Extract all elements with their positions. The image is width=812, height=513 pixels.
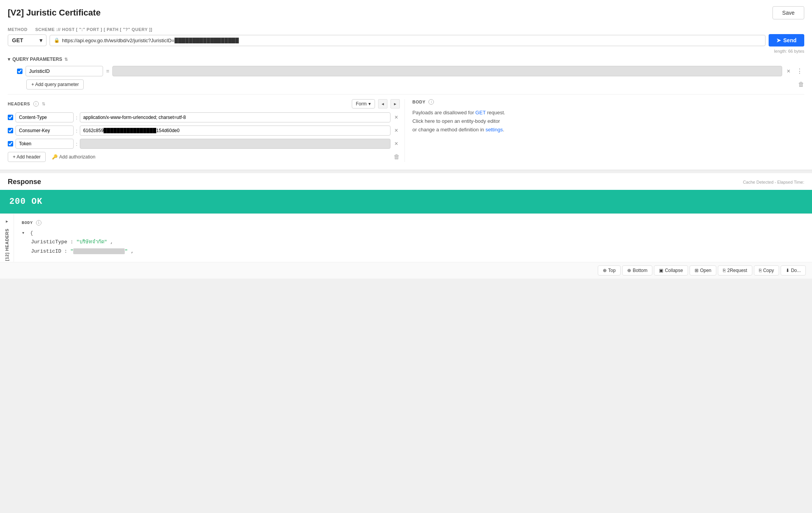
body-section-info-icon[interactable]: i <box>36 220 41 226</box>
headers-sidebar-label: HEADERS <box>5 229 9 251</box>
bottom-icon: ⊕ <box>627 268 631 273</box>
headers-sort-icon[interactable]: ⇅ <box>42 102 45 107</box>
header-1-checkbox[interactable] <box>8 115 13 120</box>
form-label: Form <box>356 101 367 107</box>
sort-icon[interactable]: ⇅ <box>64 57 68 62</box>
headers-section: HEADERS i ⇅ Form ▾ ◂ ▸ : × <box>8 99 405 162</box>
scheme-label: SCHEME :// HOST [ ":" PORT ] [ PATH [ "?… <box>35 27 152 32</box>
param-val-input[interactable] <box>112 66 782 76</box>
json-open-brace: ▾ { <box>22 229 804 238</box>
response-toolbar: ⊕ Top ⊕ Bottom ▣ Collapse ⊞ Open ⎘ 2Requ… <box>0 262 812 279</box>
header-3-close-button[interactable]: × <box>393 139 399 148</box>
body-section-header: BODY i <box>22 220 804 226</box>
header-1-key[interactable] <box>15 112 74 122</box>
url-input[interactable] <box>62 38 761 43</box>
header-row-1: : × <box>8 112 400 122</box>
param-close-button[interactable]: × <box>785 67 792 76</box>
query-params-label: QUERY PARAMETERS <box>12 57 62 62</box>
body-info-icon[interactable]: i <box>428 99 434 105</box>
request2-button[interactable]: ⎘ 2Request <box>718 265 752 275</box>
collapse-icon: ▣ <box>659 268 663 273</box>
lock-icon: 🔒 <box>54 38 60 43</box>
key-icon: 🔑 <box>52 154 58 160</box>
body-settings-link[interactable]: settings <box>485 127 503 133</box>
nav-arrow-right[interactable]: ▸ <box>391 99 400 108</box>
cache-text: Cache Detected - Elapsed Time: <box>743 180 804 184</box>
param-kebab-button[interactable]: ⋮ <box>795 67 804 76</box>
response-sidebar: ▸ [12] HEADERS <box>0 214 14 262</box>
top-panel: [V2] Juristic Certificate Save METHOD SC… <box>0 0 812 170</box>
headers-info-icon[interactable]: i <box>33 101 39 107</box>
header-row-2: : × <box>8 126 400 136</box>
header-2-key[interactable] <box>15 126 74 136</box>
add-param-button[interactable]: + Add query parameter <box>26 79 84 90</box>
top-button[interactable]: ⊕ Top <box>598 265 621 275</box>
nav-arrow-left[interactable]: ◂ <box>378 99 387 108</box>
response-panel: Response Cache Detected - Elapsed Time: … <box>0 173 812 279</box>
header-1-value[interactable] <box>80 112 391 122</box>
download-icon: ⬇ <box>786 268 790 273</box>
header-2-checkbox[interactable] <box>8 128 13 133</box>
equals-sign: = <box>106 68 109 74</box>
json-row-juristic-id: JuristicID : "████████████████" , <box>31 247 804 256</box>
body-message: Payloads are disallowed for GET request.… <box>413 108 805 134</box>
body-line1-prefix: Payloads are disallowed for <box>413 110 476 115</box>
copy-icon: ⎘ <box>759 268 762 273</box>
headers-trash-button[interactable]: 🗑 <box>394 153 400 160</box>
method-chevron-icon: ▾ <box>40 37 42 43</box>
headers-count-badge: [12] <box>5 253 9 261</box>
status-bar: 200 OK <box>0 190 812 213</box>
top-label: Top <box>608 268 616 273</box>
open-label: Open <box>700 268 711 273</box>
open-button[interactable]: ⊞ Open <box>690 265 716 275</box>
bottom-label: Bottom <box>633 268 647 273</box>
json-toggle-icon[interactable]: ▾ <box>22 230 25 236</box>
body-header: BODY i <box>413 99 805 105</box>
url-labels: METHOD SCHEME :// HOST [ ":" PORT ] [ PA… <box>8 27 804 32</box>
request2-label: 2Request <box>727 268 747 273</box>
add-auth-label: Add authorization <box>59 154 95 160</box>
response-body-content: BODY i ▾ { JuristicType : "บริษัทจำกัด" … <box>14 214 812 262</box>
header-3-value[interactable] <box>80 139 391 149</box>
params-trash-button[interactable]: 🗑 <box>798 81 804 88</box>
save-button[interactable]: Save <box>772 6 804 19</box>
json-row-juristic-type: JuristicType : "บริษัทจำกัด" , <box>31 238 804 246</box>
query-params-toggle[interactable]: ▾ QUERY PARAMETERS ⇅ <box>8 57 804 62</box>
body-expand-button[interactable]: ▸ <box>4 217 10 226</box>
url-input-wrapper: 🔒 <box>50 35 766 46</box>
response-header: Response Cache Detected - Elapsed Time: <box>0 173 812 186</box>
body-get-link[interactable]: GET <box>475 110 486 115</box>
copy-button[interactable]: ⎘ Copy <box>754 265 779 275</box>
json-root: ▾ { JuristicType : "บริษัทจำกัด" , Juris… <box>22 229 804 256</box>
headers-header: HEADERS i ⇅ Form ▾ ◂ ▸ <box>8 99 400 108</box>
param-checkbox[interactable] <box>17 69 22 74</box>
json-fields: JuristicType : "บริษัทจำกัด" , JuristicI… <box>31 238 804 256</box>
bottom-button[interactable]: ⊕ Bottom <box>622 265 652 275</box>
header-3-key[interactable] <box>15 139 74 149</box>
top-icon: ⊕ <box>603 268 607 273</box>
header-1-close-button[interactable]: × <box>393 113 399 122</box>
add-header-button[interactable]: + Add header <box>8 152 46 162</box>
copy-label: Copy <box>763 268 774 273</box>
send-label: Send <box>783 37 797 43</box>
headers-form-dropdown[interactable]: Form ▾ <box>352 99 375 108</box>
header-3-checkbox[interactable] <box>8 141 13 146</box>
send-button[interactable]: ➤ Send <box>769 34 804 46</box>
collapse-button[interactable]: ▣ Collapse <box>654 265 688 275</box>
method-select[interactable]: GET ▾ <box>8 34 46 46</box>
param-row: = × ⋮ <box>17 66 804 76</box>
add-auth-button[interactable]: 🔑 Add authorization <box>49 152 98 162</box>
download-button[interactable]: ⬇ Do... <box>781 265 806 275</box>
body-line3-prefix: or change a method definition in <box>413 127 486 133</box>
collapse-label: Collapse <box>665 268 683 273</box>
param-key-input[interactable] <box>26 66 103 76</box>
header-2-close-button[interactable]: × <box>393 126 399 135</box>
body-section: BODY i Payloads are disallowed for GET r… <box>405 99 805 162</box>
open-icon: ⊞ <box>695 268 698 273</box>
header-2-value[interactable] <box>80 126 391 136</box>
body-period: . <box>503 127 504 133</box>
send-icon: ➤ <box>776 37 781 43</box>
url-length: length: 66 bytes <box>8 49 804 53</box>
header-row-3: : × <box>8 139 400 149</box>
body-line2: Click here to open an entity-body editor <box>413 118 500 124</box>
